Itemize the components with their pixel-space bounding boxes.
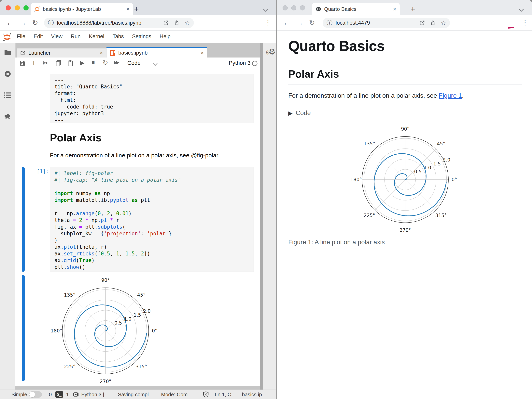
menu-item-tabs[interactable]: Tabs: [108, 31, 128, 40]
forward-icon[interactable]: →: [296, 18, 304, 28]
site-info-icon[interactable]: ⓘ: [327, 19, 332, 27]
raw-cell-yaml[interactable]: ---title: "Quarto Basics"format: html: c…: [50, 74, 254, 123]
back-icon[interactable]: ←: [283, 18, 290, 28]
cell-type-dropdown[interactable]: Code: [127, 60, 141, 66]
interrupt-kernel-icon[interactable]: ■: [91, 59, 95, 66]
tab-search-chevron-icon[interactable]: [263, 7, 268, 12]
menu-item-settings[interactable]: Settings: [128, 31, 156, 40]
browser-menu-icon[interactable]: ⋮: [265, 18, 271, 26]
url-text[interactable]: localhost:8888/lab/tree/basics.ipynb: [57, 20, 158, 26]
restart-kernel-icon[interactable]: ↻: [102, 59, 108, 67]
svg-text:1.5: 1.5: [433, 161, 441, 167]
menu-item-help[interactable]: Help: [155, 31, 175, 40]
browser-toolbar: ← → ↻ ⓘ localhost:8888/lab/tree/basics.i…: [0, 15, 276, 31]
address-bar[interactable]: ⓘ localhost:4479 ☆: [323, 18, 450, 28]
paste-cells-icon[interactable]: [67, 60, 74, 67]
cell-type-chevron-icon[interactable]: [153, 61, 157, 66]
restart-run-all-icon[interactable]: ▶▶: [114, 60, 118, 65]
close-tab-icon[interactable]: ×: [126, 6, 130, 12]
bookmark-star-icon[interactable]: ☆: [184, 20, 190, 26]
toggle-knob: [29, 392, 35, 397]
property-inspector-gears-icon[interactable]: ⚙⚙: [265, 47, 276, 56]
extension-manager-icon[interactable]: [4, 112, 12, 120]
dock-tab-notebook[interactable]: basics.ipynb ×: [107, 47, 207, 57]
notebook-file-icon: [110, 50, 115, 56]
yaml-line: code-fold: true: [54, 103, 249, 110]
notebook-content[interactable]: ---title: "Quarto Basics"format: html: c…: [15, 70, 260, 386]
svg-text:135°: 135°: [364, 141, 375, 147]
yaml-line: html:: [54, 97, 249, 103]
section-heading: Polar Axis: [288, 68, 339, 80]
browser-tab-jupyterlab[interactable]: basics.ipynb - JupyterLab ×: [31, 3, 133, 15]
zoom-window-button[interactable]: [24, 5, 29, 10]
save-icon[interactable]: [19, 60, 26, 67]
kernel-status-icon[interactable]: [252, 60, 258, 67]
browser-tab-quarto[interactable]: Quarto Basics ×: [312, 3, 400, 15]
output-collapser[interactable]: [22, 275, 25, 381]
svg-text:180°: 180°: [51, 328, 62, 334]
browser-menu-icon[interactable]: ⋮: [522, 18, 528, 26]
code-line: fig, ax = plt.subplots(: [54, 224, 249, 230]
svg-text:0.5: 0.5: [414, 169, 422, 174]
dock-tab-label: basics.ipynb: [118, 50, 198, 56]
code-fold-summary[interactable]: ▶Code: [288, 109, 311, 117]
jupyterlab-menubar: FileEditViewRunKernelTabsSettingsHelp: [0, 31, 276, 43]
code-cell-collapser[interactable]: [22, 167, 25, 272]
zoom-window-button[interactable]: [300, 5, 305, 10]
code-cell[interactable]: #| label: fig-polar#| fig-cap: "A line p…: [50, 167, 254, 272]
kernel-status-text[interactable]: Python 3 |...: [81, 392, 108, 398]
site-info-icon[interactable]: ⓘ: [48, 19, 54, 27]
bookmark-star-icon[interactable]: ☆: [441, 20, 446, 26]
cursor-position[interactable]: Ln 1, C...: [215, 392, 236, 398]
share-icon[interactable]: [174, 20, 179, 26]
forward-icon[interactable]: →: [19, 18, 27, 28]
dock-tab-launcher[interactable]: Launcher ×: [17, 49, 106, 57]
new-tab-button[interactable]: +: [411, 5, 415, 13]
add-cell-icon[interactable]: +: [32, 59, 36, 67]
code-editor[interactable]: #| label: fig-polar#| fig-cap: "A line p…: [54, 170, 249, 270]
code-fold-label: Code: [296, 109, 311, 117]
simple-mode-toggle[interactable]: [29, 391, 42, 398]
close-launcher-tab-icon[interactable]: ×: [100, 50, 103, 56]
mode-indicator[interactable]: Mode: Com...: [161, 392, 192, 398]
kernel-name[interactable]: Python 3: [229, 60, 251, 66]
yaml-line: jupyter: python3: [54, 110, 249, 117]
close-window-button[interactable]: [283, 5, 288, 10]
table-of-contents-icon[interactable]: [4, 91, 12, 99]
minimize-window-button[interactable]: [15, 5, 20, 10]
open-in-new-icon[interactable]: [163, 20, 169, 26]
svg-text:0.5: 0.5: [114, 320, 122, 326]
menu-item-edit[interactable]: Edit: [30, 31, 47, 40]
figure-link[interactable]: Figure 1: [439, 92, 462, 99]
menu-items: FileEditViewRunKernelTabsSettingsHelp: [13, 31, 175, 40]
code-line: [54, 203, 249, 210]
menu-item-view[interactable]: View: [47, 31, 67, 40]
running-kernels-icon[interactable]: [4, 70, 12, 78]
code-line: r = np.arange(0, 2, 0.01): [54, 210, 249, 217]
close-tab-icon[interactable]: ×: [393, 6, 396, 12]
run-cell-icon[interactable]: ▶: [80, 59, 85, 66]
close-window-button[interactable]: [6, 5, 11, 10]
reload-icon[interactable]: ↻: [32, 18, 38, 28]
svg-text:0°: 0°: [152, 328, 157, 334]
svg-text:90°: 90°: [401, 126, 410, 132]
menu-item-kernel[interactable]: Kernel: [85, 31, 108, 40]
cut-cells-icon[interactable]: ✂: [43, 59, 48, 67]
reload-icon[interactable]: ↻: [309, 18, 315, 28]
address-bar[interactable]: ⓘ localhost:8888/lab/tree/basics.ipynb ☆: [44, 18, 194, 28]
notebook-scrollbar[interactable]: [260, 43, 263, 390]
diagnostics-icon[interactable]: [203, 391, 209, 398]
menu-item-file[interactable]: File: [13, 31, 30, 40]
file-browser-icon[interactable]: [4, 49, 12, 56]
tab-strip: Quarto Basics × +: [277, 0, 532, 15]
back-icon[interactable]: ←: [6, 18, 13, 28]
close-notebook-tab-icon[interactable]: ×: [201, 50, 204, 56]
menu-item-run[interactable]: Run: [67, 31, 85, 40]
new-tab-button[interactable]: +: [134, 5, 139, 13]
share-icon[interactable]: [430, 20, 436, 26]
tab-search-chevron-icon[interactable]: [519, 7, 524, 12]
copy-cells-icon[interactable]: [55, 60, 62, 67]
minimize-window-button[interactable]: [291, 5, 296, 10]
open-in-new-icon[interactable]: [419, 20, 425, 26]
url-text[interactable]: localhost:4479: [336, 20, 414, 26]
